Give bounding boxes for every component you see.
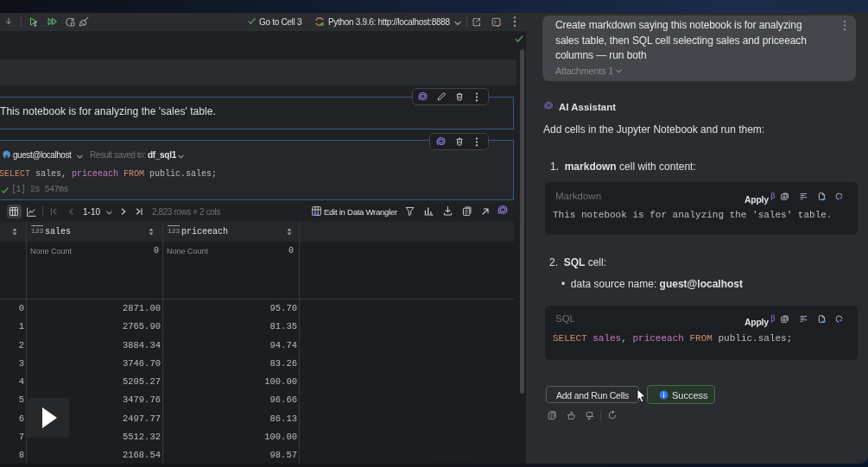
svg-text:w: w bbox=[313, 211, 318, 217]
